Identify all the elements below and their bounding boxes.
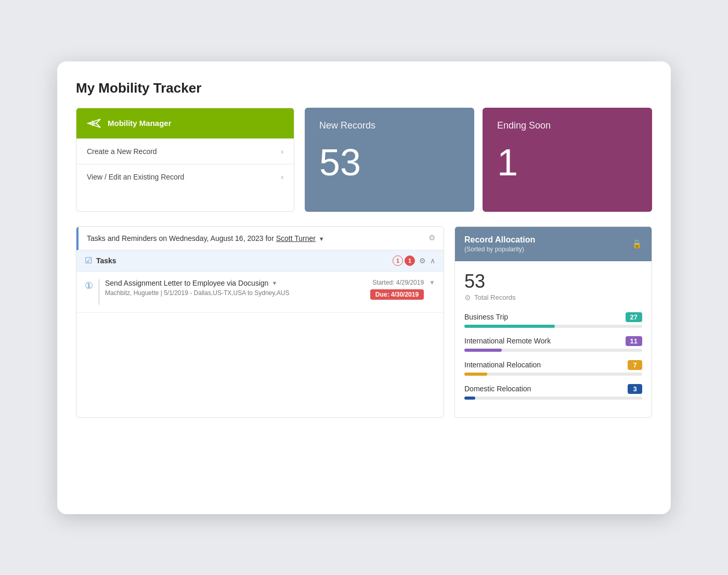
tasks-collapse-icon[interactable]: ∧ xyxy=(430,257,435,265)
left-panel: Mobility Manager Create a New Record › V… xyxy=(76,108,294,212)
mobility-manager-button[interactable]: Mobility Manager xyxy=(76,108,294,138)
view-edit-record-item[interactable]: View / Edit an Existing Record › xyxy=(76,164,294,189)
tasks-gear-icon[interactable]: ⚙ xyxy=(419,257,426,265)
task-row: ① Send Assignment Letter to Employee via… xyxy=(76,272,444,313)
new-records-value: 53 xyxy=(319,144,460,181)
progress-bar-fill-2 xyxy=(464,373,487,376)
record-allocation-title: Record Allocation xyxy=(464,235,535,245)
create-new-record-item[interactable]: Create a New Record › xyxy=(76,138,294,164)
task-title-text: Send Assignment Letter to Employee via D… xyxy=(105,279,268,287)
tasks-badge-1: 1 xyxy=(393,255,403,266)
create-new-record-label: Create a New Record xyxy=(87,147,157,156)
view-edit-record-label: View / Edit an Existing Record xyxy=(87,173,184,181)
progress-bar-bg-1 xyxy=(464,349,642,352)
task-right: Started: 4/29/2019 Due: 4/30/2019 xyxy=(370,279,424,300)
bottom-section: Tasks and Reminders on Wednesday, August… xyxy=(76,226,652,418)
allocation-item-2: International Relocation 7 xyxy=(464,360,642,376)
tasks-checkbox-icon: ☑ xyxy=(85,255,92,265)
record-allocation-body: 53 ⚙ Total Records Business Trip 27 Inte… xyxy=(455,261,652,417)
progress-bar-fill-1 xyxy=(464,349,502,352)
chevron-right-icon: › xyxy=(281,147,283,156)
tasks-header-bar: Tasks and Reminders on Wednesday, August… xyxy=(76,227,444,250)
allocation-items-list: Business Trip 27 International Remote Wo… xyxy=(464,312,642,400)
allocation-count-2: 7 xyxy=(628,360,642,370)
task-expand-icon[interactable]: ▼ xyxy=(429,279,435,286)
mobility-manager-label: Mobility Manager xyxy=(108,119,172,127)
tasks-header-settings-icon[interactable]: ⚙ xyxy=(428,233,435,242)
new-records-tile: New Records 53 xyxy=(305,108,474,212)
task-title-chevron-icon[interactable]: ▼ xyxy=(271,280,277,286)
tasks-toolbar: ☑ Tasks 1 1 ⚙ ∧ xyxy=(76,250,444,272)
tasks-section-label: Tasks xyxy=(96,257,388,265)
ending-soon-value: 1 xyxy=(497,144,638,181)
progress-bar-bg-2 xyxy=(464,373,642,376)
stats-tiles: New Records 53 Ending Soon 1 xyxy=(305,108,652,212)
allocation-name-0: Business Trip xyxy=(464,313,508,321)
allocation-item-0: Business Trip 27 xyxy=(464,312,642,328)
progress-bar-fill-3 xyxy=(464,397,475,400)
new-records-label: New Records xyxy=(319,120,460,131)
total-records-icon: ⚙ xyxy=(464,293,471,302)
record-lock-icon: 🔒 xyxy=(632,239,642,249)
tasks-user-dropdown-icon[interactable]: ▼ xyxy=(319,236,324,242)
due-badge: Due: 4/30/2019 xyxy=(370,289,424,300)
ending-soon-tile: Ending Soon 1 xyxy=(483,108,652,212)
progress-bar-bg-0 xyxy=(464,325,642,328)
tasks-header-text: Tasks and Reminders on Wednesday, August… xyxy=(87,234,274,242)
total-records-label: Total Records xyxy=(474,293,515,301)
allocation-count-3: 3 xyxy=(628,384,642,394)
record-allocation-header: Record Allocation (Sorted by popularity)… xyxy=(455,227,652,261)
chevron-right-icon-2: › xyxy=(281,173,283,181)
progress-bar-bg-3 xyxy=(464,397,642,400)
tasks-badge-2: 1 xyxy=(405,255,415,266)
task-left-bar xyxy=(98,279,100,305)
total-records-number: 53 xyxy=(464,271,642,292)
task-started: Started: 4/29/2019 xyxy=(372,279,424,286)
plane-icon xyxy=(87,118,101,129)
app-window: My Mobility Tracker Mobility Manager Cre… xyxy=(57,61,671,514)
record-allocation-panel: Record Allocation (Sorted by popularity)… xyxy=(454,226,652,418)
top-section: Mobility Manager Create a New Record › V… xyxy=(76,108,652,212)
allocation-count-1: 11 xyxy=(626,336,642,346)
task-meta: Machbitz, Huguette | 5/1/2019 - Dallas,U… xyxy=(105,289,365,297)
allocation-name-1: International Remote Work xyxy=(464,337,551,345)
progress-bar-fill-0 xyxy=(464,325,555,328)
tasks-badges: 1 1 xyxy=(393,255,415,266)
page-title: My Mobility Tracker xyxy=(76,80,652,96)
task-add-button[interactable]: ① xyxy=(85,280,93,291)
allocation-name-2: International Relocation xyxy=(464,361,541,369)
tasks-panel: Tasks and Reminders on Wednesday, August… xyxy=(76,226,444,418)
allocation-item-3: Domestic Relocation 3 xyxy=(464,384,642,400)
task-title: Send Assignment Letter to Employee via D… xyxy=(105,279,365,287)
allocation-item-1: International Remote Work 11 xyxy=(464,336,642,352)
ending-soon-label: Ending Soon xyxy=(497,120,638,131)
total-records-label-row: ⚙ Total Records xyxy=(464,293,642,302)
tasks-user-link[interactable]: Scott Turner xyxy=(276,234,316,242)
record-header-titles: Record Allocation (Sorted by popularity) xyxy=(464,235,535,253)
allocation-name-3: Domestic Relocation xyxy=(464,385,531,393)
task-content: Send Assignment Letter to Employee via D… xyxy=(105,279,365,297)
record-allocation-subtitle: (Sorted by popularity) xyxy=(464,246,535,253)
allocation-count-0: 27 xyxy=(626,312,642,322)
